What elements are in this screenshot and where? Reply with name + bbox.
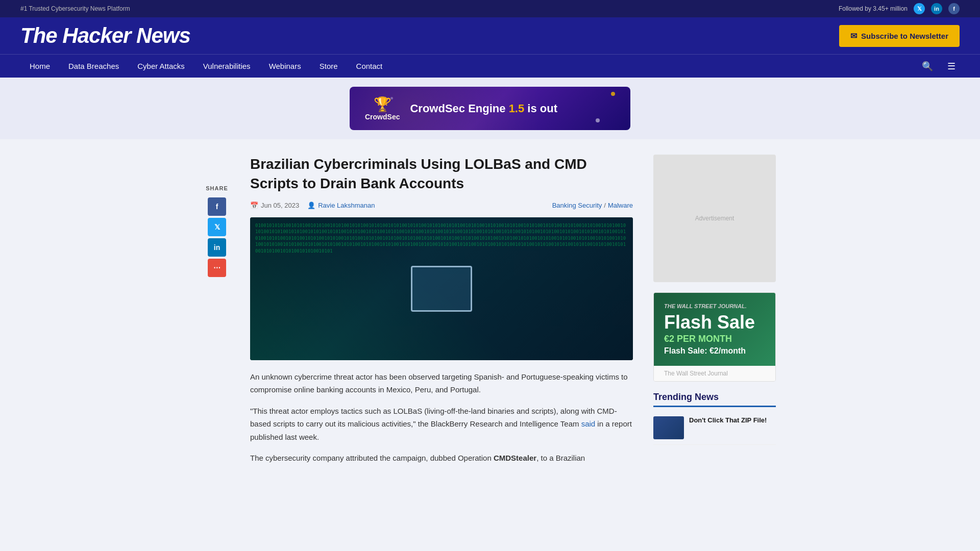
trending-text-1: Don't Click That ZIP File! bbox=[689, 416, 767, 424]
followers-text: Followed by 3.45+ million bbox=[839, 5, 908, 12]
main-content: SHARE f 𝕏 in ⋯ Brazilian Cybercriminals … bbox=[184, 139, 796, 488]
hacker-visual: 0100101010100101010010101001010100101010… bbox=[250, 217, 633, 360]
crowdsec-emoji: 🏆 bbox=[374, 96, 391, 113]
top-bar-right: Followed by 3.45+ million 𝕏 in f bbox=[839, 3, 960, 14]
main-nav: Home Data Breaches Cyber Attacks Vulnera… bbox=[0, 54, 980, 78]
wsj-price: €2 PER MONTH bbox=[664, 334, 765, 344]
search-button[interactable]: 🔍 bbox=[918, 57, 937, 76]
author-icon: 👤 bbox=[307, 202, 315, 209]
tag-malware[interactable]: Malware bbox=[608, 202, 633, 209]
nav-cyber-attacks[interactable]: Cyber Attacks bbox=[128, 55, 194, 78]
menu-button[interactable]: ☰ bbox=[943, 57, 960, 76]
share-label: SHARE bbox=[206, 185, 228, 191]
tag-separator: / bbox=[604, 202, 606, 209]
tag-banking[interactable]: Banking Security bbox=[552, 202, 602, 209]
share-sidebar: SHARE f 𝕏 in ⋯ bbox=[204, 155, 230, 473]
article-image: 0100101010100101010010101001010100101010… bbox=[250, 217, 633, 360]
nav-links: Home Data Breaches Cyber Attacks Vulnera… bbox=[20, 55, 391, 78]
said-link[interactable]: said bbox=[581, 419, 596, 428]
share-linkedin-button[interactable]: in bbox=[208, 238, 226, 257]
dot-dec-2 bbox=[596, 118, 600, 122]
monitor-shape bbox=[411, 266, 472, 312]
crowdsec-banner[interactable]: 🏆 CrowdSec CrowdSec Engine 1.5 is out bbox=[350, 87, 630, 130]
wsj-ad: THE WALL STREET JOURNAL. Flash Sale €2 P… bbox=[654, 293, 775, 366]
nav-contact[interactable]: Contact bbox=[347, 55, 392, 78]
subscribe-button[interactable]: ✉ Subscribe to Newsletter bbox=[839, 25, 960, 47]
envelope-icon: ✉ bbox=[850, 31, 857, 41]
nav-home[interactable]: Home bbox=[20, 55, 59, 78]
article-date: 📅 Jun 05, 2023 bbox=[250, 202, 299, 209]
banner-area: 🏆 CrowdSec CrowdSec Engine 1.5 is out bbox=[0, 78, 980, 139]
ad-placeholder-top: Advertisement bbox=[653, 155, 776, 282]
trending-item-1[interactable]: Don't Click That ZIP File! bbox=[653, 411, 776, 445]
wsj-desc: Flash Sale: €2/month bbox=[664, 346, 765, 356]
trending-thumb-1 bbox=[653, 416, 684, 439]
nav-icons: 🔍 ☰ bbox=[918, 57, 960, 76]
trending-section: Trending News Don't Click That ZIP File! bbox=[653, 392, 776, 445]
banner-text-end: is out bbox=[524, 102, 557, 115]
wsj-sale-text: Flash Sale bbox=[664, 313, 765, 332]
crowdsec-brand: CrowdSec bbox=[365, 113, 400, 121]
calendar-icon: 📅 bbox=[250, 202, 258, 209]
meta-left: 📅 Jun 05, 2023 👤 Ravie Lakshmanan bbox=[250, 202, 375, 209]
tagline: #1 Trusted Cybersecurity News Platform bbox=[20, 5, 130, 12]
nav-store[interactable]: Store bbox=[310, 55, 347, 78]
article-body: An unknown cybercrime threat actor has b… bbox=[250, 370, 633, 465]
facebook-icon[interactable]: f bbox=[948, 3, 960, 14]
share-facebook-button[interactable]: f bbox=[208, 197, 226, 216]
linkedin-icon[interactable]: in bbox=[931, 3, 942, 14]
article-author: 👤 Ravie Lakshmanan bbox=[307, 202, 375, 209]
article-para-3: The cybersecurity company attributed the… bbox=[250, 452, 633, 465]
cmdstealer-bold: CMDStealer bbox=[494, 454, 536, 462]
article-meta: 📅 Jun 05, 2023 👤 Ravie Lakshmanan Bankin… bbox=[250, 202, 633, 209]
nav-vulnerabilities[interactable]: Vulnerabilities bbox=[194, 55, 260, 78]
nav-webinars[interactable]: Webinars bbox=[260, 55, 310, 78]
nav-data-breaches[interactable]: Data Breaches bbox=[59, 55, 128, 78]
header: The Hacker News ✉ Subscribe to Newslette… bbox=[0, 17, 980, 54]
dot-dec-1 bbox=[611, 92, 615, 96]
banner-text-start: CrowdSec Engine bbox=[410, 102, 508, 115]
twitter-icon[interactable]: 𝕏 bbox=[914, 3, 925, 14]
share-other-button[interactable]: ⋯ bbox=[208, 259, 226, 277]
article-para-2: "This threat actor employs tactics such … bbox=[250, 405, 633, 444]
share-twitter-button[interactable]: 𝕏 bbox=[208, 218, 226, 236]
article-tags: Banking Security / Malware bbox=[552, 202, 633, 209]
site-logo[interactable]: The Hacker News bbox=[20, 23, 190, 48]
banner-text: CrowdSec Engine 1.5 is out bbox=[410, 102, 557, 115]
author-link[interactable]: Ravie Lakshmanan bbox=[318, 202, 375, 209]
subscribe-label: Subscribe to Newsletter bbox=[861, 32, 948, 40]
wsj-source: The Wall Street Journal bbox=[654, 366, 775, 381]
crowdsec-logo: 🏆 CrowdSec bbox=[365, 96, 400, 121]
article-para-1: An unknown cybercrime threat actor has b… bbox=[250, 370, 633, 396]
article-title: Brazilian Cybercriminals Using LOLBaS an… bbox=[250, 155, 633, 193]
wsj-logo: THE WALL STREET JOURNAL. bbox=[664, 303, 765, 309]
top-bar: #1 Trusted Cybersecurity News Platform F… bbox=[0, 0, 980, 17]
dot-dec-3 bbox=[390, 97, 393, 99]
trending-title: Trending News bbox=[653, 392, 776, 407]
sidebar: Advertisement THE WALL STREET JOURNAL. F… bbox=[653, 155, 776, 473]
wsj-ad-box[interactable]: THE WALL STREET JOURNAL. Flash Sale €2 P… bbox=[653, 292, 776, 382]
article: Brazilian Cybercriminals Using LOLBaS an… bbox=[250, 155, 633, 473]
banner-version: 1.5 bbox=[509, 102, 525, 115]
